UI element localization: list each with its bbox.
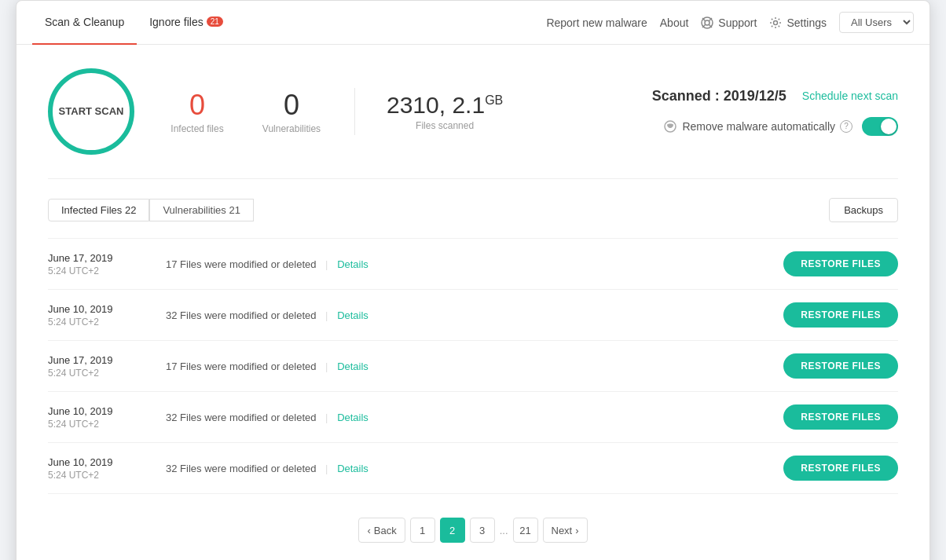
tab-ignore-label: Ignore files bbox=[149, 16, 203, 28]
file-row: June 17, 2019 5:24 UTC+2 17 Files were m… bbox=[48, 239, 898, 290]
infected-files-tab[interactable]: Infected Files 22 bbox=[48, 199, 149, 221]
scan-info: Scanned : 2019/12/5 Schedule next scan R… bbox=[584, 88, 898, 136]
file-row: June 10, 2019 5:24 UTC+2 32 Files were m… bbox=[48, 290, 898, 341]
main-content: START SCAN 0 Infected files 0 Vulnerabil… bbox=[16, 45, 930, 560]
tab-scan-label: Scan & Cleanup bbox=[45, 16, 124, 28]
infected-count: 0 bbox=[166, 89, 229, 122]
page-21-button[interactable]: 21 bbox=[513, 518, 538, 543]
stat-divider bbox=[354, 88, 355, 135]
restore-files-button[interactable]: RESTORE FILES bbox=[783, 251, 898, 276]
vuln-label: Vulnerabilities bbox=[260, 123, 323, 134]
restore-files-button[interactable]: RESTORE FILES bbox=[783, 456, 898, 481]
file-date-main: June 10, 2019 bbox=[48, 303, 150, 315]
file-row: June 10, 2019 5:24 UTC+2 32 Files were m… bbox=[48, 392, 898, 443]
file-date-block: June 17, 2019 5:24 UTC+2 bbox=[48, 252, 150, 276]
schedule-link[interactable]: Schedule next scan bbox=[802, 90, 898, 102]
page-1-button[interactable]: 1 bbox=[410, 518, 435, 543]
file-details-link[interactable]: Details bbox=[337, 463, 368, 474]
files-unit: GB bbox=[485, 93, 503, 107]
support-label: Support bbox=[718, 16, 757, 29]
tabs-row: Infected Files 22 Vulnerabilities 21 Bac… bbox=[48, 198, 898, 222]
pagination: ‹ Back 1 2 3 ... 21 Next › bbox=[48, 518, 898, 558]
file-description: 32 Files were modified or deleted | Deta… bbox=[150, 463, 783, 474]
back-button[interactable]: ‹ Back bbox=[358, 518, 405, 543]
next-button[interactable]: Next › bbox=[543, 518, 588, 543]
file-date-block: June 10, 2019 5:24 UTC+2 bbox=[48, 456, 150, 481]
file-date-time: 5:24 UTC+2 bbox=[48, 368, 150, 379]
top-nav: Scan & Cleanup Ignore files 21 Report ne… bbox=[16, 1, 930, 45]
file-date-time: 5:24 UTC+2 bbox=[48, 470, 150, 481]
file-date-block: June 10, 2019 5:24 UTC+2 bbox=[48, 405, 150, 430]
nav-right: Report new malware About Support bbox=[546, 12, 914, 33]
page-3-button[interactable]: 3 bbox=[470, 518, 495, 543]
vulnerabilities-tab[interactable]: Vulnerabilities 21 bbox=[149, 199, 254, 221]
files-stat: 2310, 2.1GB Files scanned bbox=[387, 92, 503, 131]
settings-label: Settings bbox=[786, 16, 827, 29]
file-divider: | bbox=[325, 361, 328, 372]
file-date-main: June 17, 2019 bbox=[48, 354, 150, 366]
file-divider: | bbox=[325, 463, 328, 474]
support-btn[interactable]: Support bbox=[701, 16, 757, 29]
file-list: June 17, 2019 5:24 UTC+2 17 Files were m… bbox=[48, 238, 898, 494]
file-date-block: June 10, 2019 5:24 UTC+2 bbox=[48, 303, 150, 328]
files-label: Files scanned bbox=[387, 120, 503, 131]
about-link[interactable]: About bbox=[660, 16, 689, 29]
file-details-link[interactable]: Details bbox=[337, 258, 368, 270]
infected-stat: 0 Infected files bbox=[166, 89, 229, 134]
toggle-knob bbox=[881, 119, 896, 134]
tab-scan-cleanup[interactable]: Scan & Cleanup bbox=[32, 1, 137, 45]
scan-row: START SCAN 0 Infected files 0 Vulnerabil… bbox=[48, 68, 898, 179]
file-details-link[interactable]: Details bbox=[337, 309, 368, 321]
file-date-time: 5:24 UTC+2 bbox=[48, 265, 150, 276]
start-scan-label: START SCAN bbox=[59, 105, 124, 119]
file-date-block: June 17, 2019 5:24 UTC+2 bbox=[48, 354, 150, 379]
malware-label: Remove malware automatically ? bbox=[663, 119, 852, 134]
file-description: 17 Files were modified or deleted | Deta… bbox=[150, 361, 783, 372]
vuln-stat: 0 Vulnerabilities bbox=[260, 89, 323, 134]
page-dots: ... bbox=[500, 525, 508, 536]
gear-icon bbox=[769, 16, 782, 29]
help-icon[interactable]: ? bbox=[840, 120, 852, 133]
settings-btn[interactable]: Settings bbox=[769, 16, 827, 29]
malware-row: Remove malware automatically ? bbox=[584, 117, 898, 136]
ignore-badge: 21 bbox=[207, 16, 223, 27]
file-row: June 17, 2019 5:24 UTC+2 17 Files were m… bbox=[48, 341, 898, 392]
restore-files-button[interactable]: RESTORE FILES bbox=[783, 404, 898, 430]
backups-button[interactable]: Backups bbox=[829, 198, 898, 222]
svg-point-1 bbox=[705, 20, 710, 25]
file-date-main: June 17, 2019 bbox=[48, 252, 150, 264]
support-icon bbox=[701, 16, 713, 29]
scan-date: Scanned : 2019/12/5 bbox=[652, 88, 786, 104]
file-divider: | bbox=[325, 412, 328, 423]
restore-files-button[interactable]: RESTORE FILES bbox=[783, 302, 898, 328]
malware-text: Remove malware automatically bbox=[682, 120, 835, 133]
file-date-main: June 10, 2019 bbox=[48, 405, 150, 417]
file-description: 32 Files were modified or deleted | Deta… bbox=[150, 412, 783, 423]
nav-tabs: Scan & Cleanup Ignore files 21 bbox=[32, 1, 236, 45]
svg-point-6 bbox=[774, 20, 778, 24]
file-date-main: June 10, 2019 bbox=[48, 456, 150, 468]
restore-files-button[interactable]: RESTORE FILES bbox=[783, 353, 898, 379]
file-date-time: 5:24 UTC+2 bbox=[48, 419, 150, 430]
report-link[interactable]: Report new malware bbox=[546, 16, 647, 29]
file-details-link[interactable]: Details bbox=[337, 361, 368, 372]
page-2-button[interactable]: 2 bbox=[440, 518, 465, 543]
tab-ignore-files[interactable]: Ignore files 21 bbox=[137, 1, 236, 45]
scan-date-row: Scanned : 2019/12/5 Schedule next scan bbox=[584, 88, 898, 104]
start-scan-button[interactable]: START SCAN bbox=[48, 68, 134, 155]
file-divider: | bbox=[325, 309, 328, 321]
file-description: 32 Files were modified or deleted | Deta… bbox=[150, 309, 783, 321]
vuln-count: 0 bbox=[260, 89, 323, 122]
file-date-time: 5:24 UTC+2 bbox=[48, 317, 150, 328]
file-row: June 10, 2019 5:24 UTC+2 32 Files were m… bbox=[48, 443, 898, 494]
files-count: 2310, 2.1GB bbox=[387, 92, 503, 119]
malware-icon bbox=[663, 119, 677, 134]
users-select[interactable]: All Users bbox=[839, 12, 914, 33]
infected-label: Infected files bbox=[166, 123, 229, 134]
file-description: 17 Files were modified or deleted | Deta… bbox=[150, 258, 783, 270]
file-divider: | bbox=[325, 258, 328, 270]
malware-toggle[interactable] bbox=[862, 117, 898, 136]
file-details-link[interactable]: Details bbox=[337, 412, 368, 423]
tabs-section: Infected Files 22 Vulnerabilities 21 Bac… bbox=[48, 198, 898, 494]
